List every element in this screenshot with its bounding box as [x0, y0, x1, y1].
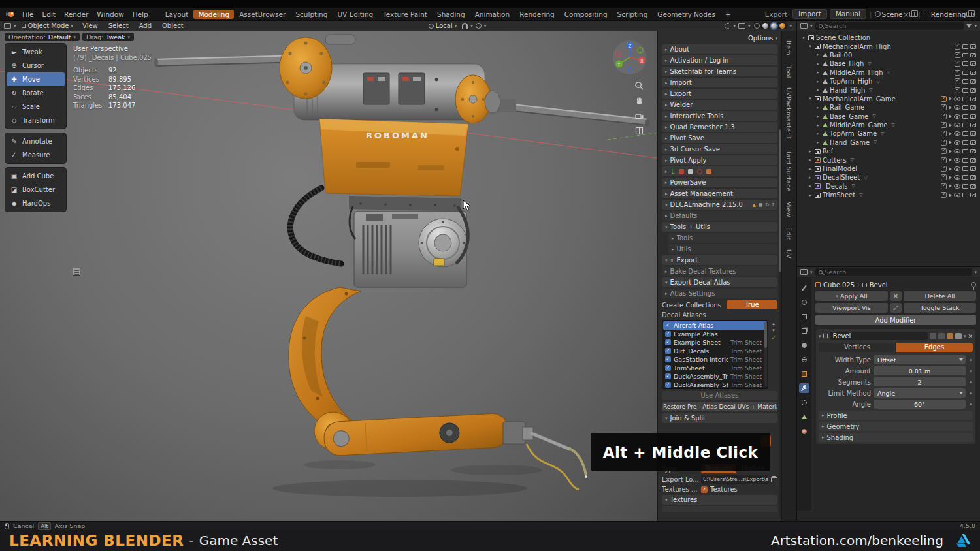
expand-icon[interactable]: ▸: [808, 175, 813, 180]
tab-shading[interactable]: Shading: [433, 10, 470, 19]
tool-hardops[interactable]: ◆HardOps: [7, 197, 65, 210]
show-gizmo-icon[interactable]: [725, 23, 730, 29]
disable-render-icon[interactable]: [970, 79, 976, 84]
transform-orientation-dropdown[interactable]: Local ▾: [426, 22, 459, 29]
exclude-checkbox[interactable]: [941, 140, 947, 146]
atlas-row[interactable]: ✓Example Atlas: [663, 330, 767, 338]
disable-viewport-icon[interactable]: [962, 158, 968, 163]
disable-viewport-icon[interactable]: [962, 105, 968, 110]
disable-viewport-icon[interactable]: [962, 193, 968, 197]
selectable-icon[interactable]: [949, 114, 952, 118]
disable-render-icon[interactable]: [970, 140, 976, 145]
create-collections-toggle[interactable]: True: [727, 300, 777, 309]
outliner-row[interactable]: ▸FinalModel: [798, 165, 979, 173]
subsection-defaults[interactable]: ▸Defaults: [662, 211, 777, 221]
tab-layout[interactable]: Layout: [161, 10, 193, 19]
disable-viewport-icon[interactable]: [962, 61, 968, 66]
validate-check-icon[interactable]: ✓: [771, 334, 776, 341]
outliner-row[interactable]: ▸TopArm_High▽: [798, 77, 979, 86]
on-cage-toggle-icon[interactable]: [938, 333, 945, 339]
disable-render-icon[interactable]: [970, 193, 976, 197]
outliner-row[interactable]: ▾MechanicalArm_High: [798, 42, 979, 50]
hide-icon[interactable]: [954, 193, 960, 197]
expand-icon[interactable]: ▸: [815, 61, 821, 67]
tab-world[interactable]: [799, 354, 809, 364]
selectable-icon[interactable]: [949, 167, 952, 171]
shading-section[interactable]: ▸Shading: [819, 433, 973, 442]
expand-icon[interactable]: ▸: [808, 157, 813, 163]
selectable-icon[interactable]: [949, 184, 952, 188]
atlas-row[interactable]: ✓GasStation InteriorTrim Sheet: [663, 355, 767, 364]
tab-animation[interactable]: Animation: [470, 10, 515, 19]
disable-viewport-icon[interactable]: [962, 123, 968, 127]
keyframe-dot[interactable]: [970, 370, 972, 372]
tool-rotate[interactable]: ↻Rotate: [7, 86, 65, 100]
tab-geometry-nodes[interactable]: Geometry Nodes: [653, 10, 720, 19]
tab-modifiers[interactable]: [799, 383, 809, 393]
tool-move[interactable]: ✚Move: [7, 72, 65, 86]
subsection-utils[interactable]: ▸Utils: [668, 244, 777, 254]
material-preview-icon[interactable]: [771, 23, 777, 29]
outliner-row[interactable]: ▸Base_High▽: [798, 59, 979, 68]
selectable-icon[interactable]: [949, 158, 952, 162]
close-icon[interactable]: ✕: [968, 333, 973, 339]
menu-window[interactable]: Window: [93, 10, 127, 19]
selectable-icon[interactable]: [949, 132, 952, 136]
menu-select[interactable]: Select: [105, 22, 133, 30]
apply-all-button[interactable]: ▾Apply All: [815, 291, 888, 301]
disable-viewport-icon[interactable]: [962, 71, 968, 75]
proportional-editing-icon[interactable]: [476, 23, 482, 29]
tool-add-cube[interactable]: ▣Add Cube: [7, 169, 65, 183]
options-dropdown[interactable]: Options ▾: [662, 33, 777, 43]
outliner-row[interactable]: ▸_Decals▽: [798, 182, 979, 191]
outliner-row[interactable]: ▸Cutters▽: [798, 155, 979, 164]
tab-object[interactable]: [799, 369, 809, 379]
outliner-row[interactable]: ▸Hand_Game▽: [798, 138, 979, 147]
checkbox-checked-icon[interactable]: ✓: [665, 339, 671, 345]
export-label[interactable]: Export: [765, 10, 787, 18]
exclude-checkbox[interactable]: [955, 70, 960, 76]
annotation-marker-icon[interactable]: [73, 268, 80, 276]
render-toggle-icon[interactable]: [955, 333, 962, 339]
viewport-vis-button[interactable]: Viewport Vis: [815, 303, 888, 313]
section-import[interactable]: ▸Import: [662, 78, 777, 87]
exclude-checkbox[interactable]: [941, 192, 947, 198]
tab-output[interactable]: [799, 311, 809, 321]
checkbox-checked-icon[interactable]: ✓: [665, 323, 671, 328]
tab-modeling[interactable]: Modeling: [193, 10, 234, 19]
editor-type-icon[interactable]: [800, 269, 808, 275]
disable-render-icon[interactable]: [970, 123, 976, 127]
expand-icon[interactable]: ▸: [815, 131, 821, 136]
checkbox-checked-icon[interactable]: ✓: [665, 373, 671, 379]
outliner-row[interactable]: ▸TrimSheet▽: [798, 191, 979, 199]
use-atlases-button[interactable]: Use Atlases: [662, 391, 777, 400]
section-interactive-tools[interactable]: ▸Interactive Tools: [662, 111, 777, 121]
exclude-checkbox[interactable]: [941, 96, 947, 102]
vertices-button[interactable]: Vertices: [819, 343, 896, 352]
expand-icon[interactable]: ▸: [815, 140, 821, 145]
disable-render-icon[interactable]: [970, 114, 976, 119]
tab-hard-surface[interactable]: Hard Surface: [785, 146, 792, 195]
tab-scene[interactable]: [799, 340, 809, 350]
exclude-checkbox[interactable]: [941, 122, 947, 128]
checkbox-checked-icon[interactable]: ✓: [701, 486, 708, 493]
subsection-bake-decal-textures[interactable]: ▸Bake Decal Textures: [662, 266, 777, 276]
unlink-scene-icon[interactable]: ×: [904, 10, 909, 18]
hide-icon[interactable]: [954, 97, 960, 101]
menu-help[interactable]: Help: [129, 10, 152, 19]
overlays-icon[interactable]: [738, 23, 745, 29]
hide-icon[interactable]: [954, 149, 960, 153]
exclude-checkbox[interactable]: [941, 157, 947, 163]
outliner-row[interactable]: ▸MiddleArm_High▽: [798, 69, 979, 77]
hide-icon[interactable]: [954, 175, 960, 180]
segments-field[interactable]: 2: [874, 377, 966, 386]
section-powersave[interactable]: ▸PowerSave: [662, 178, 777, 187]
subsection-tools[interactable]: ▸Tools: [668, 233, 777, 243]
checkbox-checked-icon[interactable]: ✓: [665, 331, 671, 337]
outliner-row[interactable]: ▸Ref: [798, 147, 979, 155]
expand-icon[interactable]: ▾: [808, 96, 813, 101]
section-pivot-save[interactable]: ▸Pivot Save: [662, 133, 777, 143]
edges-button[interactable]: Edges: [896, 343, 973, 352]
exclude-checkbox[interactable]: [941, 104, 947, 110]
tab-texture-paint[interactable]: Texture Paint: [378, 10, 432, 19]
